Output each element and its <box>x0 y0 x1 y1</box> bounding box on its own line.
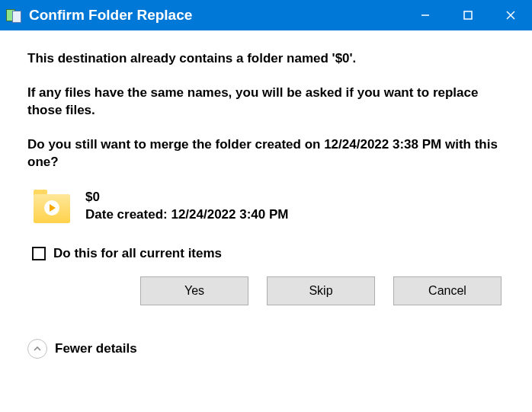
button-row: Yes Skip Cancel <box>27 276 505 305</box>
minimize-icon <box>421 11 430 20</box>
folder-info: $0 Date created: 12/24/2022 3:40 PM <box>34 188 505 225</box>
cancel-button[interactable]: Cancel <box>393 276 502 305</box>
checkbox-label: Do this for all current items <box>53 246 222 261</box>
folder-metadata: $0 Date created: 12/24/2022 3:40 PM <box>85 189 289 224</box>
skip-button[interactable]: Skip <box>267 276 375 305</box>
maximize-icon <box>463 11 473 20</box>
folder-name: $0 <box>85 189 289 206</box>
details-toggle[interactable]: Fewer details <box>0 334 532 363</box>
details-toggle-label: Fewer details <box>55 341 137 356</box>
chevron-up-icon <box>27 339 47 359</box>
message-replace-files: If any files have the same names, you wi… <box>27 85 505 120</box>
window-title: Confirm Folder Replace <box>29 7 404 24</box>
close-icon <box>505 10 516 21</box>
dialog-content: This destination already contains a fold… <box>0 30 532 334</box>
app-icon <box>6 9 21 21</box>
folder-date-created: Date created: 12/24/2022 3:40 PM <box>85 206 289 224</box>
titlebar: Confirm Folder Replace <box>0 0 532 30</box>
do-for-all-checkbox[interactable]: Do this for all current items <box>32 246 505 261</box>
message-merge-question: Do you still want to merge the folder cr… <box>27 136 505 171</box>
folder-icon <box>34 188 73 225</box>
checkbox-icon <box>32 247 46 260</box>
minimize-button[interactable] <box>404 0 447 30</box>
maximize-button[interactable] <box>447 0 489 30</box>
svg-rect-1 <box>464 11 472 19</box>
close-button[interactable] <box>489 0 532 30</box>
message-existing-folder: This destination already contains a fold… <box>27 50 505 68</box>
yes-button[interactable]: Yes <box>140 276 248 305</box>
